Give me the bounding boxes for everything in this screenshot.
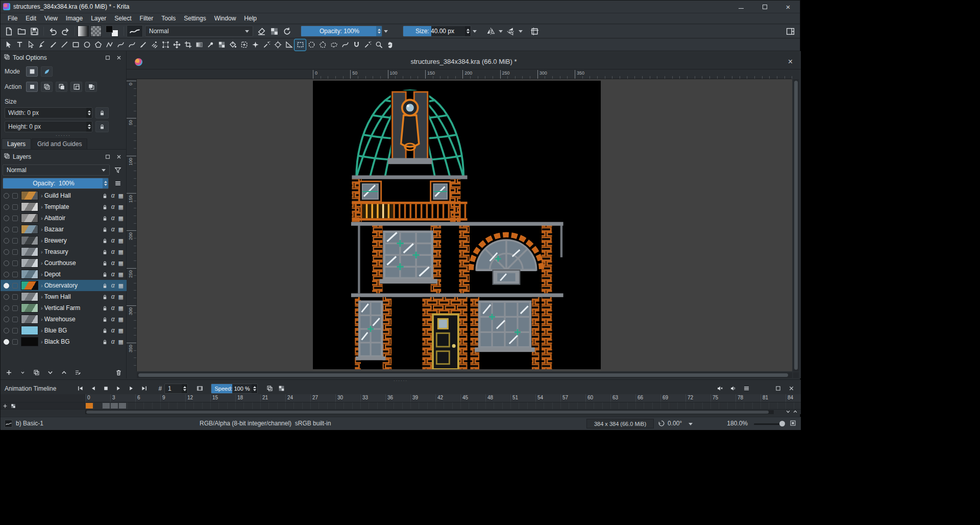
tool-rectangle-button[interactable] (70, 39, 81, 51)
menu-image[interactable]: Image (62, 14, 87, 23)
docker-splitter-handle[interactable]: ······ (1, 133, 126, 138)
layer-filter-button[interactable] (112, 164, 124, 176)
layer-visibility-toggle[interactable] (4, 283, 9, 289)
layer-expand-chevron[interactable]: › (41, 271, 43, 277)
layer-expand-chevron[interactable]: › (41, 193, 43, 199)
height-lock-button[interactable] (95, 121, 109, 132)
tool-polygonal-selection-button[interactable] (317, 39, 328, 51)
plus-icon[interactable] (3, 403, 8, 409)
layer-visibility-toggle[interactable] (4, 204, 9, 210)
layer-properties-button[interactable] (74, 368, 82, 376)
skip-to-start-button[interactable] (75, 384, 86, 394)
layer-row-observatory[interactable]: ›Observatoryα▦ (1, 280, 127, 291)
layer-style-icon[interactable]: ▦ (118, 339, 124, 345)
alpha-icon[interactable]: α (111, 271, 115, 278)
tool-enclose-and-fill-button[interactable] (238, 39, 250, 51)
alpha-icon[interactable]: α (111, 316, 115, 323)
onion-skin-button[interactable] (264, 384, 276, 394)
layer-style-icon[interactable]: ▦ (118, 193, 124, 199)
maximize-button[interactable] (753, 1, 776, 13)
add-layer-button[interactable] (5, 368, 13, 376)
tool-dynamic-brush-button[interactable] (137, 39, 149, 51)
document-close-button[interactable]: × (788, 57, 793, 66)
close-docker-button[interactable] (787, 384, 796, 394)
timeline-frame-cells[interactable] (85, 402, 801, 409)
redo-button[interactable] (59, 25, 72, 37)
canvas-horizontal-scrollbar[interactable] (137, 372, 792, 378)
layer-row-courthouse[interactable]: ›Courthouseα▦ (1, 257, 127, 269)
alpha-icon[interactable]: α (111, 226, 115, 233)
tool-pan-button[interactable] (384, 39, 396, 51)
alpha-icon[interactable]: α (111, 192, 115, 199)
move-layer-down-button[interactable] (46, 368, 54, 376)
layer-expand-chevron[interactable]: › (41, 237, 43, 244)
pattern-chooser-button[interactable] (90, 26, 102, 37)
tool-polygon-button[interactable] (92, 39, 104, 51)
menu-settings[interactable]: Settings (180, 14, 210, 23)
menu-edit[interactable]: Edit (21, 14, 40, 23)
keyframe-cell-2[interactable] (103, 403, 110, 409)
layer-style-icon[interactable]: ▦ (118, 226, 124, 233)
layer-row-guild-hall[interactable]: ›Guild Hallα▦ (1, 190, 127, 201)
lock-icon[interactable] (102, 260, 108, 266)
layer-visibility-toggle[interactable] (4, 249, 9, 255)
keyframe-cell-4[interactable] (119, 403, 126, 409)
layer-visibility-toggle[interactable] (4, 238, 9, 244)
lock-icon[interactable] (102, 283, 108, 289)
layer-visibility-toggle[interactable] (4, 328, 9, 333)
menu-help[interactable]: Help (240, 14, 261, 23)
layer-visibility-toggle[interactable] (4, 305, 9, 311)
tool-assistants-button[interactable] (272, 39, 283, 51)
new-document-button[interactable] (3, 25, 15, 37)
lock-icon[interactable] (102, 193, 108, 199)
tool-gradient-button[interactable] (193, 39, 205, 51)
layer-style-icon[interactable]: ▦ (118, 316, 124, 323)
save-button[interactable] (28, 25, 41, 37)
tool-bezier-selection-button[interactable] (339, 39, 351, 51)
float-docker-button[interactable] (773, 384, 782, 394)
layer-expand-chevron[interactable]: › (41, 327, 43, 333)
tool-select-shapes-button[interactable] (3, 39, 14, 51)
layer-expand-chevron[interactable]: › (41, 316, 43, 322)
layer-expand-chevron[interactable]: › (41, 260, 43, 266)
foreground-background-colors[interactable] (105, 25, 119, 37)
eraser-mode-button[interactable] (255, 25, 268, 37)
tool-measure-button[interactable] (283, 39, 295, 51)
timeline-menu-button[interactable] (742, 384, 751, 394)
action-subtract-button[interactable] (70, 82, 82, 92)
tool-crop-button[interactable] (182, 39, 193, 51)
lock-icon[interactable] (102, 204, 108, 210)
alpha-icon[interactable]: α (111, 248, 115, 255)
active-frame-cell[interactable] (86, 403, 93, 409)
chevron-down-icon[interactable] (689, 423, 693, 425)
float-docker-button[interactable] (104, 153, 112, 161)
opacity-spinner[interactable] (376, 26, 382, 36)
width-spinner[interactable] (86, 108, 92, 118)
minimize-button[interactable] (729, 1, 753, 13)
alpha-icon[interactable]: α (111, 338, 115, 345)
menu-view[interactable]: View (40, 14, 62, 23)
alpha-icon[interactable]: α (111, 259, 115, 267)
action-intersect-button[interactable] (41, 82, 53, 92)
lock-icon[interactable] (102, 294, 108, 300)
layer-style-icon[interactable]: ▦ (118, 282, 124, 289)
brush-preset-button[interactable] (127, 25, 143, 37)
width-lock-button[interactable] (95, 107, 109, 118)
frame-actions-button[interactable] (276, 384, 287, 394)
choose-workspace-button[interactable] (784, 25, 797, 37)
alpha-icon[interactable]: α (111, 203, 115, 210)
lock-icon[interactable] (102, 317, 108, 322)
canvas-rotation-button[interactable] (658, 420, 665, 427)
tool-zoom-button[interactable] (373, 39, 384, 51)
opacity-dropdown-button[interactable] (382, 26, 389, 37)
menu-layer[interactable]: Layer (87, 14, 110, 23)
add-layer-dropdown-button[interactable] (18, 368, 27, 376)
canvas-vertical-scrollbar[interactable] (793, 79, 799, 371)
preserve-alpha-button[interactable] (268, 25, 281, 37)
play-button[interactable] (113, 384, 125, 394)
tool-transform-button[interactable] (160, 39, 171, 51)
tool-move-button[interactable] (171, 39, 182, 51)
brush-preset-thumbnail[interactable] (5, 420, 12, 427)
timeline-track[interactable] (1, 402, 801, 410)
timeline-scrollbar[interactable] (85, 410, 774, 414)
